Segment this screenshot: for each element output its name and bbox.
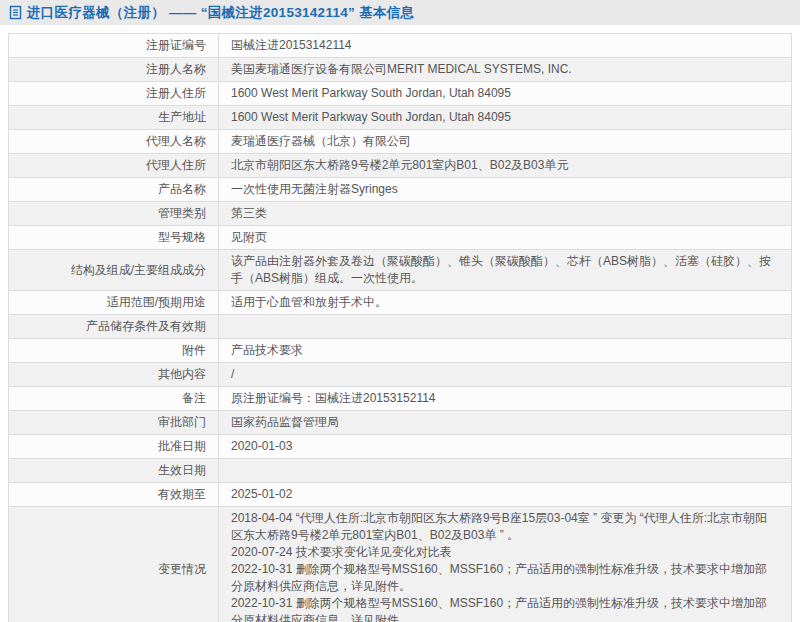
row-value: 1600 West Merit Parkway South Jordan, Ut… (219, 106, 792, 130)
row-label: 生产地址 (9, 106, 219, 130)
row-value: 美国麦瑞通医疗设备有限公司MERIT MEDICAL SYSTEMS, INC. (219, 58, 792, 82)
row-label-text: 附件 (182, 343, 206, 357)
row-label: 注册人名称 (9, 58, 219, 82)
row-value: 一次性使用无菌注射器Syringes (219, 178, 792, 202)
page-title: 进口医疗器械（注册） —— “国械注进20153142114” 基本信息 (27, 4, 414, 22)
row-label: 注册人住所 (9, 82, 219, 106)
change-entry: 2020-07-24 技术要求变化详见变化对比表 (231, 544, 779, 561)
table-row: 备注原注册证编号：国械注进20153152114 (9, 387, 792, 411)
row-value: 2018-04-04 “代理人住所:北京市朝阳区东大桥路9号B座15层03-04… (219, 507, 792, 622)
row-value: 原注册证编号：国械注进20153152114 (219, 387, 792, 411)
row-value: 第三类 (219, 202, 792, 226)
row-value: 国家药品监督管理局 (219, 411, 792, 435)
row-label-text: 产品储存条件及有效期 (86, 319, 206, 333)
page: 进口医疗器械（注册） —— “国械注进20153142114” 基本信息 注册证… (0, 0, 800, 622)
document-icon (9, 5, 22, 20)
row-label-text: 注册人住所 (146, 86, 206, 100)
row-label-text: 生产地址 (158, 110, 206, 124)
row-label-text: 代理人名称 (146, 134, 206, 148)
row-value: 北京市朝阳区东大桥路9号楼2单元801室内B01、B02及B03单元 (219, 154, 792, 178)
row-label: 型号规格 (9, 226, 219, 250)
row-value: / (219, 363, 792, 387)
table-row: 结构及组成/主要组成成分该产品由注射器外套及卷边（聚碳酸酯）、锥头（聚碳酸酯）、… (9, 250, 792, 291)
row-value-text: 2025-01-02 (231, 487, 292, 501)
row-label: 代理人名称 (9, 130, 219, 154)
change-entry: 2022-10-31 删除两个规格型号MSS160、MSSF160；产品适用的强… (231, 561, 779, 595)
table-row: 代理人住所北京市朝阳区东大桥路9号楼2单元801室内B01、B02及B03单元 (9, 154, 792, 178)
table-row: 注册人住所1600 West Merit Parkway South Jorda… (9, 82, 792, 106)
page-title-bar: 进口医疗器械（注册） —— “国械注进20153142114” 基本信息 (0, 0, 800, 25)
row-label-text: 注册证编号 (146, 38, 206, 52)
row-label-text: 有效期至 (158, 487, 206, 501)
row-label-text: 备注 (182, 391, 206, 405)
row-label: 适用范围/预期用途 (9, 291, 219, 315)
row-label: 产品储存条件及有效期 (9, 315, 219, 339)
table-row: 有效期至2025-01-02 (9, 483, 792, 507)
row-value-text: 1600 West Merit Parkway South Jordan, Ut… (231, 110, 511, 124)
row-label-text: 其他内容 (158, 367, 206, 381)
row-value-text: 该产品由注射器外套及卷边（聚碳酸酯）、锥头（聚碳酸酯）、芯杆（ABS树脂）、活塞… (231, 254, 771, 285)
table-row: 其他内容/ (9, 363, 792, 387)
row-label-text: 产品名称 (158, 182, 206, 196)
row-label-text: 批准日期 (158, 439, 206, 453)
row-value: 国械注进20153142114 (219, 34, 792, 58)
row-label: 批准日期 (9, 435, 219, 459)
row-value: 2020-01-03 (219, 435, 792, 459)
change-entry: 2018-04-04 “代理人住所:北京市朝阳区东大桥路9号B座15层03-04… (231, 510, 779, 544)
row-value (219, 459, 792, 483)
row-value-text: 国家药品监督管理局 (231, 415, 339, 429)
row-label-text: 生效日期 (158, 463, 206, 477)
table-row: 生效日期 (9, 459, 792, 483)
row-label: 附件 (9, 339, 219, 363)
row-value-text: 北京市朝阳区东大桥路9号楼2单元801室内B01、B02及B03单元 (231, 158, 568, 172)
row-value-text: 1600 West Merit Parkway South Jordan, Ut… (231, 86, 511, 100)
row-value: 见附页 (219, 226, 792, 250)
table-row: 注册证编号国械注进20153142114 (9, 34, 792, 58)
row-value: 产品技术要求 (219, 339, 792, 363)
row-value-text: 2020-01-03 (231, 439, 292, 453)
row-label-text: 变更情况 (158, 562, 206, 576)
row-value-text: / (231, 367, 234, 381)
row-label-text: 代理人住所 (146, 158, 206, 172)
table-row: 管理类别第三类 (9, 202, 792, 226)
row-label: 审批部门 (9, 411, 219, 435)
table-row: 代理人名称麦瑞通医疗器械（北京）有限公司 (9, 130, 792, 154)
table-row: 注册人名称美国麦瑞通医疗设备有限公司MERIT MEDICAL SYSTEMS,… (9, 58, 792, 82)
row-label-text: 审批部门 (158, 415, 206, 429)
row-value: 1600 West Merit Parkway South Jordan, Ut… (219, 82, 792, 106)
table-row: 附件产品技术要求 (9, 339, 792, 363)
row-value-text: 见附页 (231, 230, 267, 244)
row-value-text: 第三类 (231, 206, 267, 220)
change-entry: 2022-10-31 删除两个规格型号MSS160、MSSF160；产品适用的强… (231, 595, 779, 622)
row-label: 代理人住所 (9, 154, 219, 178)
row-value-text: 产品技术要求 (231, 343, 303, 357)
table-row: 变更情况2018-04-04 “代理人住所:北京市朝阳区东大桥路9号B座15层0… (9, 507, 792, 622)
row-value-text: 麦瑞通医疗器械（北京）有限公司 (231, 134, 411, 148)
table-row: 产品储存条件及有效期 (9, 315, 792, 339)
row-value-text: 国械注进20153142114 (231, 38, 352, 52)
row-label: 其他内容 (9, 363, 219, 387)
row-label-text: 适用范围/预期用途 (107, 295, 206, 309)
row-label: 有效期至 (9, 483, 219, 507)
row-value-text: 适用于心血管和放射手术中。 (231, 295, 387, 309)
row-label-text: 注册人名称 (146, 62, 206, 76)
row-label: 变更情况 (9, 507, 219, 622)
row-value-text: 美国麦瑞通医疗设备有限公司MERIT MEDICAL SYSTEMS, INC. (231, 62, 572, 76)
row-value-text: 原注册证编号：国械注进20153152114 (231, 391, 436, 405)
row-label: 注册证编号 (9, 34, 219, 58)
table-row: 适用范围/预期用途适用于心血管和放射手术中。 (9, 291, 792, 315)
row-value (219, 315, 792, 339)
table-row: 审批部门国家药品监督管理局 (9, 411, 792, 435)
table-row: 型号规格见附页 (9, 226, 792, 250)
row-label: 产品名称 (9, 178, 219, 202)
table-row: 产品名称一次性使用无菌注射器Syringes (9, 178, 792, 202)
row-value: 适用于心血管和放射手术中。 (219, 291, 792, 315)
row-label-text: 管理类别 (158, 206, 206, 220)
row-value: 该产品由注射器外套及卷边（聚碳酸酯）、锥头（聚碳酸酯）、芯杆（ABS树脂）、活塞… (219, 250, 792, 291)
row-label: 管理类别 (9, 202, 219, 226)
table-row: 批准日期2020-01-03 (9, 435, 792, 459)
registration-info-table: 注册证编号国械注进20153142114注册人名称美国麦瑞通医疗设备有限公司ME… (8, 33, 792, 622)
row-value: 麦瑞通医疗器械（北京）有限公司 (219, 130, 792, 154)
row-label: 结构及组成/主要组成成分 (9, 250, 219, 291)
row-label-text: 结构及组成/主要组成成分 (71, 263, 206, 277)
